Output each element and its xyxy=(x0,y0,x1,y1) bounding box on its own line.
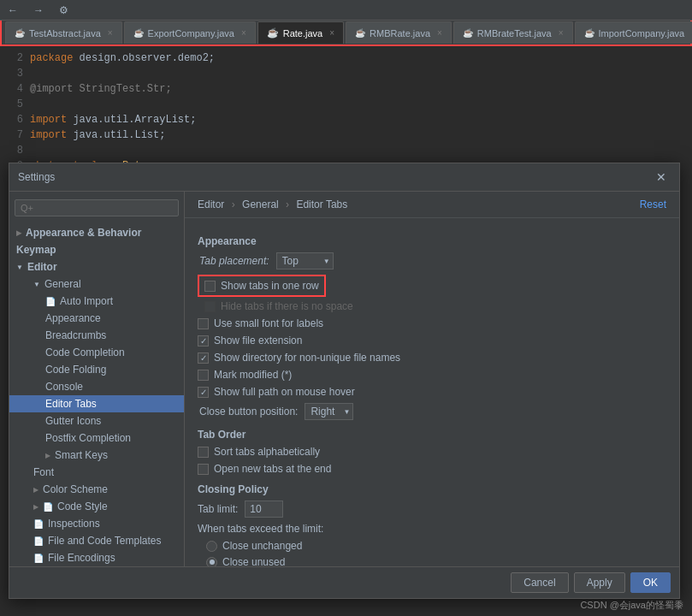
settings-search-input[interactable] xyxy=(15,199,179,216)
show-directory-row: Show directory for non-unique file names xyxy=(198,352,666,364)
tab-importcompany[interactable]: ☕ ImportCompany.java × xyxy=(575,21,693,44)
close-icon[interactable]: × xyxy=(559,28,564,38)
use-small-font-row: Use small font for labels xyxy=(198,317,666,329)
sidebar-item-file-code-templates[interactable]: 📄 File and Code Templates xyxy=(9,532,184,549)
sidebar-item-code-folding[interactable]: Code Folding xyxy=(9,361,184,378)
show-full-path-label: Show full path on mouse hover xyxy=(214,386,355,398)
tab-placement-dropdown-wrapper: Top Bottom Left Right None ▼ xyxy=(276,252,334,270)
tab-rmbratetest[interactable]: ☕ RMBrateTest.java × xyxy=(453,21,573,44)
code-line: 4 @import StringTest.Str; xyxy=(0,81,692,97)
sidebar-item-appearance-behavior[interactable]: ▶ Appearance & Behavior xyxy=(9,224,184,241)
settings-btn[interactable]: ⚙ xyxy=(56,3,72,18)
close-button-dropdown-wrapper: Left Right None ▼ xyxy=(305,403,353,420)
close-icon[interactable]: × xyxy=(437,28,442,38)
java-icon: ☕ xyxy=(463,28,473,38)
triangle-icon: ▼ xyxy=(33,281,40,288)
java-icon: ☕ xyxy=(584,28,594,38)
when-tabs-exceed-label: When tabs exceed the limit: xyxy=(198,523,323,535)
close-icon[interactable]: × xyxy=(108,28,113,38)
sidebar-item-appearance[interactable]: Appearance xyxy=(9,310,184,327)
sidebar-item-postfix-completion[interactable]: Postfix Completion xyxy=(9,429,184,447)
sidebar-item-file-encodings[interactable]: 📄 File Encodings xyxy=(9,549,184,566)
mark-modified-row: Mark modified (*) xyxy=(198,369,666,381)
tab-placement-label: Tab placement: xyxy=(199,255,269,267)
icon-small: 📄 xyxy=(33,554,44,563)
code-line: 5 xyxy=(0,97,692,112)
forward-btn[interactable]: → xyxy=(30,3,47,18)
sidebar-item-breadcrumbs[interactable]: Breadcrumbs xyxy=(9,327,184,344)
checkbox[interactable] xyxy=(198,352,209,364)
checkbox[interactable] xyxy=(198,447,209,458)
closing-policy-section-header: Closing Policy xyxy=(198,483,666,495)
close-unused-radio[interactable]: Close unused xyxy=(198,556,666,566)
dialog-title: Settings xyxy=(18,171,55,183)
ok-button[interactable]: OK xyxy=(630,572,671,593)
tab-exportcompany[interactable]: ☕ ExportCompany.java × xyxy=(124,21,256,44)
dialog-close-button[interactable]: ✕ xyxy=(652,169,671,186)
sidebar-item-console[interactable]: Console xyxy=(9,378,184,395)
tab-limit-input[interactable] xyxy=(245,500,283,518)
triangle-icon: ▶ xyxy=(45,452,50,459)
sidebar-item-editor-tabs[interactable]: Editor Tabs xyxy=(9,395,184,412)
sidebar-item-font[interactable]: Font xyxy=(9,464,184,481)
tab-rmbrate[interactable]: ☕ RMBRate.java × xyxy=(346,21,452,44)
use-small-font-checkbox[interactable]: Use small font for labels xyxy=(198,317,323,329)
tab-bar: ☕ TestAbstract.java × ☕ ExportCompany.ja… xyxy=(0,21,692,46)
reset-button[interactable]: Reset xyxy=(640,198,666,210)
hide-tabs-checkbox[interactable]: Hide tabs if there is no space xyxy=(204,300,353,312)
open-new-tabs-row: Open new tabs at the end xyxy=(198,463,666,475)
sidebar-item-auto-import[interactable]: 📄 Auto Import xyxy=(9,293,184,310)
tab-limit-label: Tab limit: xyxy=(198,503,238,515)
sidebar-item-keymap[interactable]: Keymap xyxy=(9,241,184,258)
checkbox[interactable] xyxy=(204,281,216,292)
open-new-tabs-checkbox[interactable]: Open new tabs at the end xyxy=(198,463,331,475)
checkbox[interactable] xyxy=(198,370,209,381)
cancel-button[interactable]: Cancel xyxy=(511,572,568,593)
checkbox[interactable] xyxy=(198,464,209,475)
checkbox[interactable] xyxy=(204,301,216,312)
breadcrumb: Editor › General › Editor Tabs xyxy=(198,198,347,210)
show-directory-checkbox[interactable]: Show directory for non-unique file names xyxy=(198,352,400,364)
tab-limit-row: Tab limit: xyxy=(198,500,666,518)
show-directory-label: Show directory for non-unique file names xyxy=(214,352,400,364)
tab-testabstract[interactable]: ☕ TestAbstract.java × xyxy=(5,21,122,44)
sidebar-item-smart-keys[interactable]: ▶ Smart Keys xyxy=(9,447,184,464)
code-line: 6 import java.util.ArrayList; xyxy=(0,112,692,127)
radio-button[interactable] xyxy=(206,557,217,567)
mark-modified-label: Mark modified (*) xyxy=(214,369,292,381)
checkbox[interactable] xyxy=(198,318,209,329)
close-unchanged-label: Close unchanged xyxy=(222,540,302,552)
show-tabs-one-row-checkbox[interactable]: Show tabs in one row xyxy=(204,280,319,292)
radio-button[interactable] xyxy=(206,541,217,552)
sort-tabs-row: Sort tabs alphabetically xyxy=(198,446,666,458)
checkbox[interactable] xyxy=(198,335,209,346)
sidebar-item-code-style[interactable]: ▶ 📄 Code Style xyxy=(9,498,184,515)
sort-tabs-checkbox[interactable]: Sort tabs alphabetically xyxy=(198,446,320,458)
when-tabs-exceed-row: When tabs exceed the limit: xyxy=(198,523,666,535)
mark-modified-checkbox[interactable]: Mark modified (*) xyxy=(198,369,292,381)
close-icon[interactable]: × xyxy=(241,28,246,38)
show-full-path-checkbox[interactable]: Show full path on mouse hover xyxy=(198,386,355,398)
back-btn[interactable]: ← xyxy=(4,3,21,18)
tab-rate[interactable]: ☕ Rate.java × xyxy=(257,21,344,44)
sidebar-item-general[interactable]: ▼ General xyxy=(9,275,184,293)
sidebar-item-color-scheme[interactable]: ▶ Color Scheme xyxy=(9,481,184,498)
tab-placement-select[interactable]: Top Bottom Left Right None xyxy=(276,252,334,270)
icon-small: 📄 xyxy=(33,536,44,546)
dialog-footer: Cancel Apply OK xyxy=(9,566,679,598)
close-icon[interactable]: × xyxy=(329,28,334,38)
apply-button[interactable]: Apply xyxy=(574,572,625,593)
checkbox[interactable] xyxy=(198,387,209,398)
sidebar-item-inspections[interactable]: 📄 Inspections xyxy=(9,515,184,532)
sidebar-item-editor[interactable]: ▼ Editor xyxy=(9,258,184,275)
search-box xyxy=(9,196,184,220)
sidebar-item-gutter-icons[interactable]: Gutter Icons xyxy=(9,412,184,429)
tab-order-section-header: Tab Order xyxy=(198,429,666,441)
show-file-ext-label: Show file extension xyxy=(214,335,302,346)
close-button-select[interactable]: Left Right None xyxy=(305,403,353,420)
sidebar-item-code-completion[interactable]: Code Completion xyxy=(9,344,184,361)
icon-small: 📄 xyxy=(45,297,56,306)
show-file-ext-checkbox[interactable]: Show file extension xyxy=(198,335,302,346)
triangle-icon: ▶ xyxy=(33,486,38,494)
close-unchanged-radio[interactable]: Close unchanged xyxy=(198,540,666,552)
